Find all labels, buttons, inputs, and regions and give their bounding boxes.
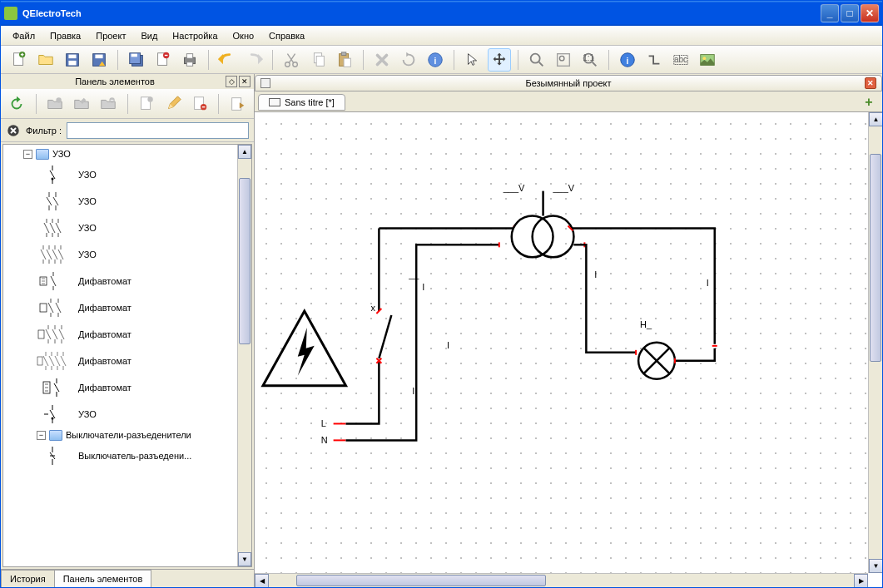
menu-file[interactable]: Файл xyxy=(6,28,42,43)
elements-tree[interactable]: − УЗО УЗО УЗО УЗО УЗО Дифавтомат Дифавто… xyxy=(2,144,252,567)
menu-window[interactable]: Окно xyxy=(226,28,261,43)
scroll-right-button[interactable]: ▶ xyxy=(854,574,868,587)
scroll-thumb[interactable] xyxy=(239,178,251,344)
minimize-button[interactable]: _ xyxy=(821,4,839,22)
tab-elements[interactable]: Панель элементов xyxy=(54,570,152,587)
title-block-button[interactable]: abc xyxy=(669,48,692,72)
vertical-scrollbar[interactable]: ▲ ▼ xyxy=(868,112,882,573)
scroll-left-button[interactable]: ◀ xyxy=(255,574,269,587)
label-h: H_ xyxy=(640,319,652,329)
tree-item[interactable]: УЗО xyxy=(3,161,251,188)
new-element-button[interactable] xyxy=(136,92,157,116)
save-as-button[interactable] xyxy=(87,48,111,72)
clear-filter-icon[interactable] xyxy=(6,123,21,138)
svg-rect-18 xyxy=(316,56,324,66)
label-i: I xyxy=(707,278,709,288)
collapse-icon[interactable]: − xyxy=(23,150,32,159)
drawing-canvas[interactable]: L N x xyxy=(255,112,868,573)
new-button[interactable] xyxy=(7,48,31,72)
svg-text:abc: abc xyxy=(674,54,687,63)
paste-button[interactable] xyxy=(333,48,356,72)
tree-item[interactable]: УЗО xyxy=(3,215,251,241)
info-button[interactable]: i xyxy=(616,48,639,72)
maximize-button[interactable]: □ xyxy=(841,4,859,22)
tree-item[interactable]: Дифавтомат xyxy=(3,268,251,294)
cut-button[interactable] xyxy=(280,48,303,72)
tree-item[interactable]: Дифавтомат xyxy=(3,348,251,374)
save-button[interactable] xyxy=(61,48,84,72)
elements-panel: Панель элементов ◇ ✕ xyxy=(1,74,255,587)
window-title: QElectroTech xyxy=(22,8,82,18)
sheet-tab[interactable]: Sans titre [*] xyxy=(258,94,345,111)
menu-help[interactable]: Справка xyxy=(262,28,311,43)
tree-item[interactable]: УЗО xyxy=(3,188,251,215)
print-button[interactable] xyxy=(178,48,201,72)
rotate-button[interactable] xyxy=(397,48,420,72)
edit-category-button[interactable] xyxy=(71,92,92,116)
scroll-up-button[interactable]: ▲ xyxy=(869,112,882,126)
scroll-up-button[interactable]: ▲ xyxy=(238,145,251,159)
delete-element-button[interactable] xyxy=(189,92,211,116)
tree-item[interactable]: Дифавтомат xyxy=(3,321,251,348)
open-button[interactable] xyxy=(34,48,57,72)
tree-item[interactable]: УЗО xyxy=(3,401,251,427)
titlebar[interactable]: QElectroTech _ □ ✕ xyxy=(1,1,882,26)
import-element-button[interactable] xyxy=(227,92,249,116)
copy-button[interactable] xyxy=(306,48,330,72)
panel-titlebar: Панель элементов ◇ ✕ xyxy=(1,74,254,89)
zoom-button[interactable] xyxy=(525,48,548,72)
svg-point-38 xyxy=(148,96,153,101)
tree-scrollbar[interactable]: ▲ ▼ xyxy=(237,145,251,566)
delete-button[interactable] xyxy=(370,48,394,72)
redo-button[interactable] xyxy=(242,48,265,72)
conductor-button[interactable] xyxy=(642,48,666,72)
svg-text:1:1: 1:1 xyxy=(583,52,594,62)
scroll-thumb[interactable] xyxy=(296,575,546,586)
tree-item[interactable]: УЗО xyxy=(3,241,251,268)
app-icon xyxy=(4,7,17,20)
collapse-icon[interactable]: − xyxy=(37,431,46,440)
close-project-tab-button[interactable]: ✕ xyxy=(865,77,876,89)
scroll-down-button[interactable]: ▼ xyxy=(869,559,882,573)
move-tool[interactable] xyxy=(488,48,511,72)
delete-category-button[interactable] xyxy=(97,92,119,116)
horizontal-scrollbar[interactable]: ◀ ▶ xyxy=(255,573,868,587)
menu-project[interactable]: Проект xyxy=(89,28,132,43)
tree-folder-switches[interactable]: − Выключатели-разъеденители xyxy=(3,427,251,442)
menu-view[interactable]: Вид xyxy=(134,28,164,43)
menu-edit[interactable]: Правка xyxy=(43,28,87,43)
tree-folder-uzo[interactable]: − УЗО xyxy=(3,146,251,161)
image-button[interactable] xyxy=(696,48,719,72)
select-tool[interactable] xyxy=(461,48,484,72)
zoom-fit-button[interactable] xyxy=(552,48,575,72)
close-project-button[interactable] xyxy=(151,48,175,72)
scroll-thumb[interactable] xyxy=(870,154,881,362)
main-toolbar: i 1:1 i abc xyxy=(1,46,882,74)
label-i: I xyxy=(594,269,597,279)
project-tab[interactable]: Безымянный проект ✕ xyxy=(255,75,882,91)
tree-item[interactable]: Дифавтомат xyxy=(3,374,251,401)
svg-rect-20 xyxy=(341,52,346,55)
tree-item[interactable]: Дифавтомат xyxy=(3,294,251,321)
filter-input[interactable] xyxy=(67,122,249,139)
panel-float-button[interactable]: ◇ xyxy=(226,76,237,87)
undo-button[interactable] xyxy=(216,48,239,72)
label-v2: ___V xyxy=(553,183,575,193)
edit-element-button[interactable] xyxy=(162,92,184,116)
svg-point-26 xyxy=(559,56,564,61)
panel-close-button[interactable]: ✕ xyxy=(239,76,251,87)
new-category-button[interactable] xyxy=(45,92,67,116)
properties-button[interactable]: i xyxy=(424,48,447,72)
tab-history[interactable]: История xyxy=(1,570,55,587)
tree-item[interactable]: Выключатель-разъедени... xyxy=(3,442,251,469)
close-button[interactable]: ✕ xyxy=(861,4,879,22)
save-all-button[interactable] xyxy=(125,48,148,72)
scroll-down-button[interactable]: ▼ xyxy=(238,552,251,566)
label-i: I xyxy=(412,386,414,396)
svg-text:i: i xyxy=(627,56,629,65)
add-sheet-button[interactable]: + xyxy=(861,94,877,111)
zoom-reset-button[interactable]: 1:1 xyxy=(578,48,602,72)
menu-settings[interactable]: Настройка xyxy=(166,28,224,43)
reload-button[interactable] xyxy=(6,92,27,116)
filter-label: Фильтр : xyxy=(26,126,62,136)
